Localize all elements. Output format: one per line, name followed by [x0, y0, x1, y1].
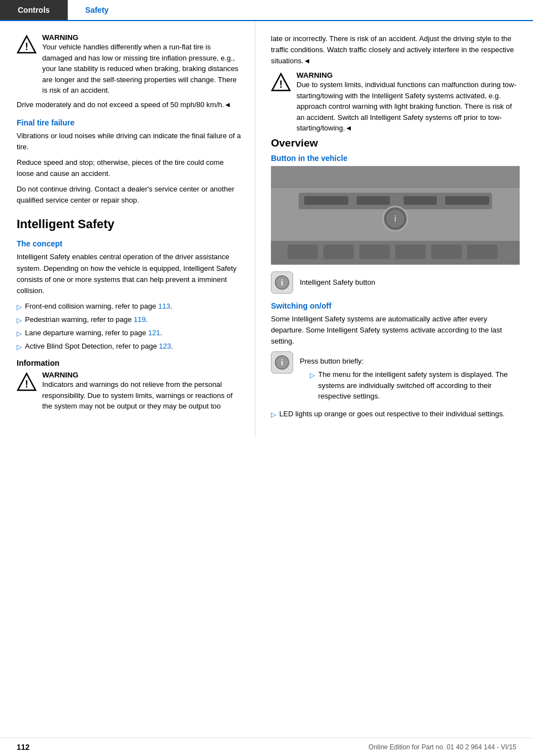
- switching-heading: Switching on/off: [271, 301, 520, 310]
- warning-1-text2: Drive moderately and do not exceed a spe…: [17, 99, 242, 110]
- right-column: late or incorrectly. There is risk of an…: [255, 21, 533, 437]
- list-item: ▷ The menu for the intelligent safety sy…: [310, 369, 520, 402]
- press-button-row: i Press button briefly: ▷ The menu for t…: [271, 351, 520, 404]
- press-button-content: Press button briefly: ▷ The menu for the…: [300, 351, 520, 404]
- bullet-arrow-icon: ▷: [17, 315, 22, 325]
- link-113[interactable]: 113: [158, 302, 170, 310]
- list-item: ▷ Pedestrian warning, refer to page 119.: [17, 314, 242, 325]
- warning-3-content: WARNING Due to system limits, individual…: [296, 71, 520, 134]
- icon-label-row: i Intelligent Safety button: [271, 271, 520, 294]
- continued-text: late or incorrectly. There is risk of an…: [271, 33, 520, 67]
- link-123[interactable]: 123: [159, 342, 171, 350]
- svg-rect-23: [467, 245, 497, 259]
- intelligent-safety-icon: i: [271, 271, 293, 294]
- svg-rect-22: [431, 245, 462, 259]
- vehicle-image: i: [271, 166, 520, 265]
- left-column: ! WARNING Your vehicle handles different…: [0, 21, 255, 437]
- warning-2-title: WARNING: [42, 371, 242, 379]
- svg-text:!: !: [25, 379, 28, 390]
- intelligent-safety-icon-inner: i: [275, 275, 289, 290]
- svg-text:!: !: [25, 41, 28, 52]
- section-concept-heading: The concept: [17, 239, 242, 248]
- bullet-arrow-icon: ▷: [17, 342, 22, 352]
- warning-block-1: ! WARNING Your vehicle handles different…: [17, 33, 242, 96]
- warning-block-3: ! WARNING Due to system limits, individu…: [271, 71, 520, 134]
- link-121[interactable]: 121: [148, 329, 160, 337]
- concept-p1: Intelligent Safety enables central opera…: [17, 251, 242, 296]
- press-button-icon-letter: i: [281, 358, 283, 367]
- bullet-arrow-icon: ▷: [17, 329, 22, 339]
- warning-1-title: WARNING: [42, 33, 242, 42]
- icon-label-text: Intelligent Safety button: [300, 271, 375, 288]
- warning-triangle-icon-1: !: [17, 34, 37, 54]
- sub-bullet-list: ▷ The menu for the intelligent safety sy…: [310, 369, 520, 402]
- switching-section: Switching on/off Some Intelligent Safety…: [271, 301, 520, 420]
- svg-rect-11: [356, 196, 390, 205]
- svg-text:!: !: [279, 79, 283, 90]
- intelligent-safety-icon-letter: i: [281, 278, 283, 287]
- page-number: 112: [17, 743, 29, 752]
- svg-rect-10: [304, 196, 349, 205]
- final-tire-p3: Do not continue driving. Contact a deale…: [17, 184, 242, 206]
- list-item: ▷ Active Blind Spot Detection, refer to …: [17, 341, 242, 352]
- bullet-list: ▷ Front-end collision warning, refer to …: [17, 301, 242, 352]
- press-button-icon: i: [271, 351, 293, 374]
- warning-triangle-icon-3: !: [271, 72, 291, 92]
- final-tire-p1: Vibrations or loud noises while driving …: [17, 130, 242, 153]
- vehicle-image-inner: i: [271, 166, 520, 265]
- page-footer: 112 Online Edition for Part no. 01 40 2 …: [0, 738, 533, 756]
- bullet-arrow-icon: ▷: [271, 410, 276, 420]
- list-item: ▷ LED lights up orange or goes out respe…: [271, 409, 520, 420]
- main-content: ! WARNING Your vehicle handles different…: [0, 21, 533, 437]
- led-bullet-list: ▷ LED lights up orange or goes out respe…: [271, 409, 520, 420]
- tab-controls[interactable]: Controls: [0, 0, 68, 20]
- main-heading-intelligent-safety: Intelligent Safety: [17, 217, 242, 231]
- tab-safety[interactable]: Safety: [68, 0, 127, 20]
- warning-2-text: Indicators and warnings do not relieve f…: [42, 379, 242, 412]
- svg-text:i: i: [394, 214, 396, 223]
- warning-1-content: WARNING Your vehicle handles differently…: [42, 33, 242, 96]
- dashboard-svg: i: [271, 166, 520, 265]
- svg-rect-12: [404, 196, 437, 205]
- bullet-arrow-icon: ▷: [310, 370, 315, 380]
- info-heading: Information: [17, 359, 242, 367]
- final-tire-p2: Reduce speed and stop; otherwise, pieces…: [17, 157, 242, 179]
- svg-rect-18: [288, 245, 318, 259]
- svg-rect-20: [359, 245, 390, 259]
- warning-triangle-icon-2: !: [17, 372, 37, 392]
- svg-rect-21: [395, 245, 426, 259]
- list-item: ▷ Lane departure warning, refer to page …: [17, 327, 242, 339]
- link-119[interactable]: 119: [134, 315, 146, 324]
- warning-2-content: WARNING Indicators and warnings do not r…: [42, 371, 242, 412]
- svg-rect-7: [271, 166, 520, 188]
- warning-1-text: Your vehicle handles differently when a …: [42, 42, 242, 96]
- footer-copyright: Online Edition for Part no. 01 40 2 964 …: [369, 743, 516, 751]
- bullet-arrow-icon: ▷: [17, 302, 22, 312]
- overview-heading: Overview: [271, 137, 520, 149]
- svg-rect-13: [445, 196, 490, 205]
- button-in-vehicle-heading: Button in the vehicle: [271, 154, 520, 163]
- sub-bullet-1-text: The menu for the intelligent safety syst…: [318, 369, 520, 402]
- press-button-text: Press button briefly:: [300, 357, 364, 365]
- warning-block-2: ! WARNING Indicators and warnings do not…: [17, 371, 242, 412]
- led-bullet-text: LED lights up orange or goes out respect…: [279, 409, 505, 420]
- warning-3-title: WARNING: [296, 71, 520, 79]
- press-button-icon-inner: i: [275, 355, 289, 370]
- page-header: Controls Safety: [0, 0, 533, 21]
- section-final-tire-heading: Final tire failure: [17, 118, 242, 127]
- warning-3-text: Due to system limits, individual functio…: [296, 79, 520, 134]
- svg-rect-19: [324, 245, 354, 259]
- list-item: ▷ Front-end collision warning, refer to …: [17, 301, 242, 312]
- switching-p1: Some Intelligent Safety systems are auto…: [271, 314, 520, 347]
